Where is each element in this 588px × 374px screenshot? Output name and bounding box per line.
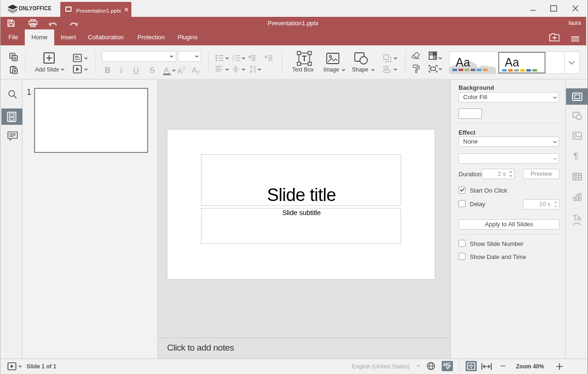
svg-text:3: 3 (232, 59, 234, 61)
